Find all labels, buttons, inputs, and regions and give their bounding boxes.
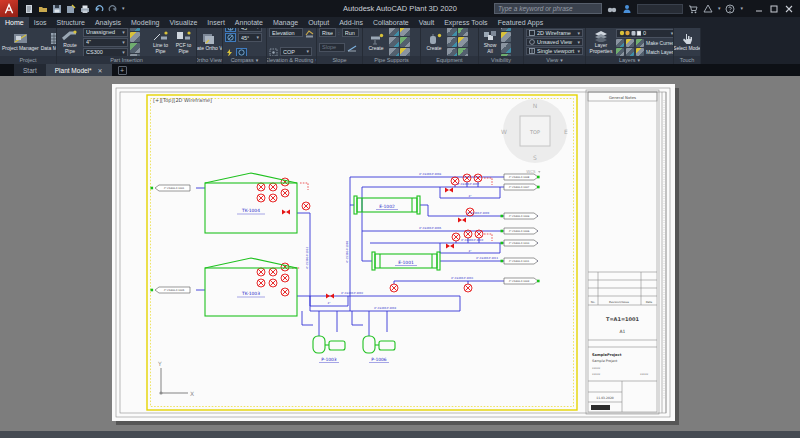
compass-display-toggle-icon[interactable] xyxy=(236,48,247,57)
support-edit-icon[interactable] xyxy=(389,37,399,47)
layer-select[interactable]: 0 ▾ xyxy=(616,29,673,38)
layer-tool-icon[interactable] xyxy=(636,48,644,56)
ribbon-tab-modeling[interactable]: Modeling xyxy=(126,17,164,28)
save-as-icon[interactable] xyxy=(66,4,76,14)
equipment-nozzle-icon[interactable] xyxy=(447,48,457,56)
hide-selected-icon[interactable] xyxy=(501,28,511,31)
ribbon-tab-vault[interactable]: Vault xyxy=(414,17,439,28)
compass-snap-toggle-icon[interactable] xyxy=(225,33,236,42)
viewport-config-select[interactable]: Single viewport▾ xyxy=(526,47,583,55)
redo-icon[interactable] xyxy=(108,4,118,14)
pipe-size-select[interactable]: 4"▾ xyxy=(83,38,128,47)
routing-plane-select[interactable]: COP▾ xyxy=(280,47,312,56)
app-store-cart-icon[interactable] xyxy=(688,4,698,14)
drawing-canvas[interactable]: [+][Top][2D Wireframe] N W E S TOP WCS Y… xyxy=(0,76,800,438)
panel-dropdown-icon[interactable]: ▾ xyxy=(560,58,563,63)
ribbon-tab-express-tools[interactable]: Express Tools xyxy=(439,17,492,28)
match-layer-row[interactable]: Match Layer xyxy=(616,48,673,56)
layer-tool-icon[interactable] xyxy=(626,48,634,56)
minimize-button[interactable] xyxy=(752,2,765,15)
ribbon-tab-collaborate[interactable]: Collaborate xyxy=(368,17,414,28)
ribbon-tab-visualize[interactable]: Visualize xyxy=(164,17,202,28)
route-pipe-button[interactable]: Route Pipe xyxy=(59,30,81,54)
ribbon-tab-add-ins[interactable]: Add-ins xyxy=(334,17,368,28)
ribbon-tab-analysis[interactable]: Analysis xyxy=(90,17,126,28)
show-all-button[interactable]: Show All xyxy=(481,30,499,54)
viewcube-wcs-menu[interactable]: WCS xyxy=(526,169,536,174)
ribbon-tab-featured-apps[interactable]: Featured Apps xyxy=(493,17,549,28)
support-hanger-icon[interactable] xyxy=(389,28,399,36)
select-mode-button[interactable]: Select Mode xyxy=(674,33,700,52)
help-search-input[interactable]: Type a keyword or phrase xyxy=(494,3,602,14)
line-continuation-tag[interactable]: 4"-CS300-P-1007 xyxy=(504,184,540,190)
compass-toggle-icon[interactable] xyxy=(225,28,236,32)
save-icon[interactable] xyxy=(52,4,62,14)
layer-tool-icon[interactable] xyxy=(636,39,644,47)
layer-tool-icon[interactable] xyxy=(616,39,624,47)
create-support-button[interactable]: Create xyxy=(365,33,387,52)
viewcube-top-label[interactable]: TOP xyxy=(529,129,540,135)
add-elbow-icon[interactable] xyxy=(130,43,140,53)
project-manager-button[interactable]: Project Manager xyxy=(2,32,39,52)
compass-tolerance-select[interactable]: 45°▾ xyxy=(238,33,262,42)
line-continuation-tag[interactable]: 4"-CS300-P-1009 xyxy=(501,213,539,219)
line-continuation-tag[interactable]: 4"-CS300-P-1010 xyxy=(501,240,539,246)
panel-dropdown-icon[interactable]: ▾ xyxy=(315,58,316,63)
viewport-controls-label[interactable]: [+][Top][2D Wireframe] xyxy=(153,97,212,104)
line-number-select[interactable]: Unassigned▾ xyxy=(83,28,128,37)
sign-in-icon[interactable] xyxy=(622,4,632,14)
line-to-pipe-button[interactable]: Line to Pipe xyxy=(150,30,171,54)
compass-increment-select[interactable]: 45°▾ xyxy=(238,28,262,32)
elevation-input[interactable]: Elevation xyxy=(269,28,303,37)
search-binoculars-icon[interactable] xyxy=(607,4,617,14)
line-continuation-tag[interactable]: 4"-CS300-P-1006 xyxy=(501,228,539,234)
new-tab-button[interactable]: + xyxy=(118,66,127,75)
pcf-to-pipe-button[interactable]: PCF to Pipe xyxy=(173,30,194,54)
slope-run-input[interactable]: Run xyxy=(342,28,359,37)
autocad-logo-icon[interactable] xyxy=(0,0,18,17)
tab-close-icon[interactable]: ✕ xyxy=(98,67,103,74)
qat-customize-icon[interactable]: ▾ xyxy=(122,6,125,11)
apply-elevation-icon[interactable] xyxy=(305,28,314,42)
viewcube-east[interactable]: E xyxy=(564,128,568,135)
support-shoe-icon[interactable] xyxy=(400,28,410,36)
data-manager-button[interactable]: Data Manager xyxy=(41,32,56,52)
close-button[interactable] xyxy=(782,2,795,15)
visual-style-select[interactable]: 2D Wireframe▾ xyxy=(526,29,583,37)
isolate-icon[interactable] xyxy=(501,43,511,53)
new-drawing-icon[interactable] xyxy=(24,4,34,14)
layer-tool-icon[interactable] xyxy=(616,48,624,56)
ribbon-tab-structure[interactable]: Structure xyxy=(52,17,90,28)
create-ortho-view-button[interactable]: Create Ortho View xyxy=(197,33,222,52)
help-icon[interactable] xyxy=(725,4,735,14)
slope-input[interactable]: Slope xyxy=(319,43,345,52)
signin-name-area[interactable] xyxy=(637,4,683,14)
equipment-detach-icon[interactable] xyxy=(458,37,468,47)
layer-tool-icon[interactable] xyxy=(626,39,634,47)
panel-dropdown-icon[interactable]: ▾ xyxy=(638,58,641,63)
ribbon-tab-annotate[interactable]: Annotate xyxy=(230,17,268,28)
ribbon-tab-isos[interactable]: Isos xyxy=(29,17,52,28)
pipe-spec-select[interactable]: CS300▾ xyxy=(83,48,128,57)
line-continuation-tag[interactable]: 4"-CS300-P-1011 xyxy=(501,258,539,264)
viewcube-north[interactable]: N xyxy=(533,102,538,109)
equipment-attach-icon[interactable] xyxy=(447,37,457,47)
ribbon-tab-output[interactable]: Output xyxy=(303,17,334,28)
equipment-convert-icon[interactable] xyxy=(447,28,457,36)
share-dropdown-icon[interactable]: ▾ xyxy=(718,6,721,11)
undo-icon[interactable] xyxy=(94,4,104,14)
ribbon-tab-home[interactable]: Home xyxy=(0,17,29,28)
equipment-swap-icon[interactable] xyxy=(458,48,468,56)
tab-start[interactable]: Start xyxy=(14,64,46,76)
open-icon[interactable] xyxy=(38,4,48,14)
hide-others-icon[interactable] xyxy=(501,32,511,42)
slope-rise-input[interactable]: Rise xyxy=(319,28,336,37)
plot-icon[interactable] xyxy=(80,4,90,14)
stub-in-icon[interactable] xyxy=(130,32,140,42)
maximize-button[interactable] xyxy=(767,2,780,15)
slope-apply-icon[interactable] xyxy=(347,38,357,56)
share-icon[interactable] xyxy=(703,4,713,14)
viewcube-south[interactable]: S xyxy=(533,154,537,161)
viewcube-west[interactable]: W xyxy=(501,128,507,135)
support-copy-icon[interactable] xyxy=(400,48,410,56)
